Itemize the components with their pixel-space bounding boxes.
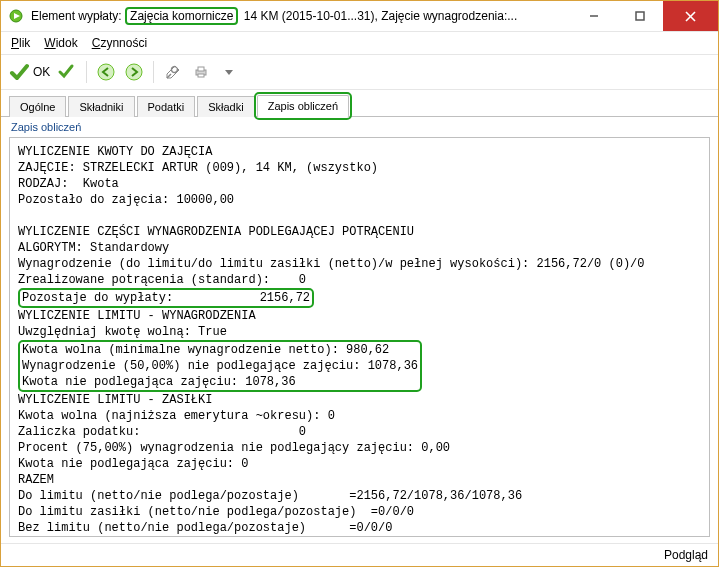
ok-dropdown-button[interactable] xyxy=(56,61,78,83)
tab-skladki[interactable]: Składki xyxy=(197,96,254,117)
title-highlight: Zajęcia komornicze xyxy=(125,7,238,25)
tab-skladniki[interactable]: Składniki xyxy=(68,96,134,117)
forward-button[interactable] xyxy=(123,61,145,83)
svg-point-6 xyxy=(98,64,114,80)
tab-zapis-obliczen[interactable]: Zapis obliczeń xyxy=(257,95,349,117)
app-window: Element wypłaty: Zajęcia komornicze 14 K… xyxy=(0,0,719,567)
section-label: Zapis obliczeń xyxy=(1,117,718,137)
menu-plik[interactable]: Plik xyxy=(11,36,30,50)
menu-bar: Plik Widok Czynności xyxy=(1,32,718,55)
svg-rect-9 xyxy=(198,67,204,71)
svg-point-7 xyxy=(126,64,142,80)
svg-marker-11 xyxy=(225,70,233,75)
ok-button[interactable]: OK xyxy=(9,62,50,82)
toolbar-separator xyxy=(86,61,87,83)
tools-button[interactable] xyxy=(162,61,184,83)
back-button[interactable] xyxy=(95,61,117,83)
window-title: Element wypłaty: Zajęcia komornicze 14 K… xyxy=(31,9,517,23)
toolbar: OK xyxy=(1,55,718,90)
title-rest: 14 KM (2015-10-01...31), Zajęcie wynagro… xyxy=(240,9,517,23)
highlight-pozostaje-do-wyplaty: Pozostaje do wypłaty: 2156,72 xyxy=(18,288,314,308)
tab-ogolne[interactable]: Ogólne xyxy=(9,96,66,117)
log-panel[interactable]: WYLICZENIE KWOTY DO ZAJĘCIA ZAJĘCIE: STR… xyxy=(9,137,710,537)
highlight-kwota-wolna-block: Kwota wolna (minimalne wynagrodzenie net… xyxy=(18,340,422,392)
log-text: WYLICZENIE KWOTY DO ZAJĘCIA ZAJĘCIE: STR… xyxy=(10,138,709,537)
menu-czynnosci[interactable]: Czynności xyxy=(92,36,147,50)
tab-podatki[interactable]: Podatki xyxy=(137,96,196,117)
status-text: Podgląd xyxy=(664,548,708,562)
maximize-button[interactable] xyxy=(617,1,663,31)
menu-widok[interactable]: Widok xyxy=(44,36,77,50)
toolbar-dropdown[interactable] xyxy=(218,61,240,83)
tab-bar: Ogólne Składniki Podatki Składki Zapis o… xyxy=(1,90,718,117)
print-button[interactable] xyxy=(190,61,212,83)
title-bar: Element wypłaty: Zajęcia komornicze 14 K… xyxy=(1,1,718,32)
title-prefix: Element wypłaty: xyxy=(31,9,125,23)
title-icon xyxy=(7,7,25,25)
svg-rect-10 xyxy=(198,74,204,77)
svg-rect-3 xyxy=(636,12,644,20)
status-bar: Podgląd xyxy=(1,543,718,566)
ok-label: OK xyxy=(33,65,50,79)
close-button[interactable] xyxy=(663,1,718,31)
minimize-button[interactable] xyxy=(571,1,617,31)
toolbar-separator xyxy=(153,61,154,83)
